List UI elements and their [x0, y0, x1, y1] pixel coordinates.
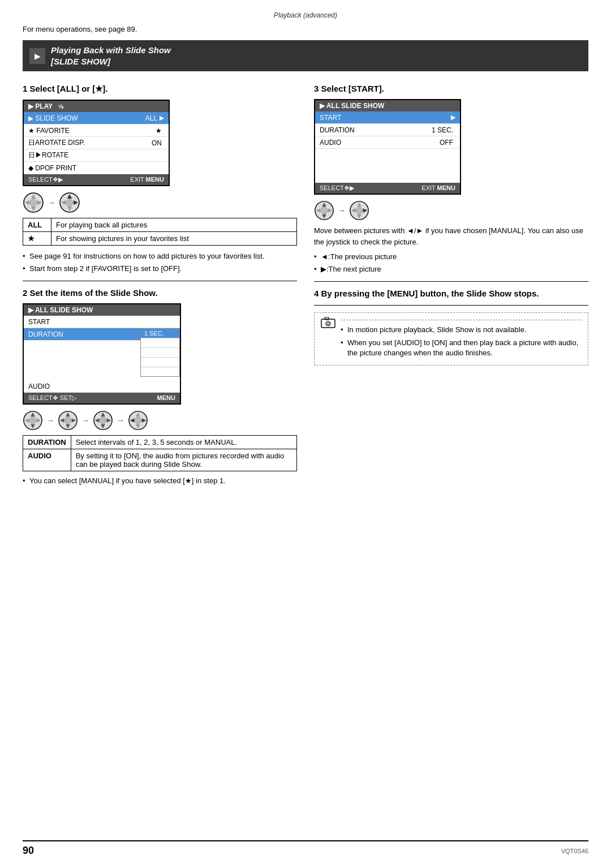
list-item: In motion picture playback, Slide Show i… [341, 325, 582, 335]
step1-menu-header: ▶ PLAY ¹⁄₃ [24, 101, 169, 112]
duration-option-2sec: 2 SEC. [141, 338, 179, 348]
svg-rect-49 [325, 317, 329, 320]
top-note: For menu operations, see page 89. [23, 25, 588, 33]
step2-menu-audio: AUDIO [24, 380, 180, 393]
arrow-right-2c: → [117, 416, 124, 425]
step4-heading: 4 By pressing the [MENU] button, the Sli… [314, 289, 588, 298]
svg-point-35 [135, 418, 141, 424]
step3-menu-footer: SELECT❖▶ EXIT MENU [315, 183, 460, 194]
list-item: Start from step 2 if [FAVORITE] is set t… [23, 264, 297, 274]
dpad-icon-step2-4 [128, 410, 148, 431]
dpad-icon-step3-1 [314, 200, 334, 221]
step2-table: DURATION Select intervals of 1, 2, 3, 5 … [23, 435, 297, 471]
step2-menu-footer: SELECT❖ SET▷ MENU [24, 393, 180, 403]
camera-note-icon [320, 316, 336, 329]
step1-bullets: See page 91 for instructions on how to a… [23, 251, 297, 274]
menu-row-slideshow: ▶ SLIDE SHOW ALL ▶ [24, 112, 169, 124]
arrow-right-2b: → [81, 416, 89, 425]
svg-point-51 [327, 323, 329, 325]
step2-controller-row: → → → [23, 410, 297, 431]
two-column-layout: 1 Select [ALL] or [★]. ▶ PLAY ¹⁄₃ ▶ SLID… [23, 80, 588, 490]
step3-heading: 3 Select [START]. [314, 84, 588, 93]
arrow-right-3: → [338, 206, 346, 215]
svg-point-50 [326, 321, 330, 326]
menu-row-favorite: ★ FAVORITE ★ [24, 124, 169, 137]
step2-bullets: You can select [MANUAL] if you have sele… [23, 476, 297, 486]
step3-menu-header: ▶ ALL SLIDE SHOW [315, 100, 460, 111]
dpad-icon-step2-2 [58, 410, 78, 431]
step2-heading: 2 Set the items of the Slide Show. [23, 288, 297, 298]
dpad-icon-step1-right [59, 192, 80, 213]
list-item: ◄:The previous picture [314, 252, 588, 262]
step3-controller-row: → [314, 200, 588, 221]
menu-row-dpof: ◆ DPOF PRINT [24, 162, 169, 174]
step2-menu-duration: DURATION 1 SEC. ▶ 1 SEC. 2 SEC. 3 SEC. 5… [24, 328, 180, 341]
svg-point-41 [321, 207, 327, 213]
step3-bullets: ◄:The previous picture ▶:The next pictur… [314, 252, 588, 274]
page-header: Playback (advanced) [23, 11, 588, 19]
page-footer: 90 VQT0S46 [23, 840, 588, 857]
table-row: ★ For showing pictures in your favorites… [23, 232, 297, 246]
arrow-right-2a: → [46, 416, 54, 425]
step3-menu-screen: ▶ ALL SLIDE SHOW START ▶ DURATION 1 SEC.… [314, 99, 461, 195]
step1-table: ALL For playing back all pictures ★ For … [23, 218, 297, 246]
step1-menu-screen: ▶ PLAY ¹⁄₃ ▶ SLIDE SHOW ALL ▶ ★ FAVORITE… [23, 100, 170, 186]
step1-menu-footer: SELECT❖▶ EXIT MENU [24, 174, 169, 185]
note-bullets: In motion picture playback, Slide Show i… [341, 325, 582, 358]
note-content: In motion picture playback, Slide Show i… [341, 316, 582, 362]
title-banner: ▶ Playing Back with Slide Show [SLIDE SH… [23, 40, 588, 71]
svg-point-23 [64, 418, 71, 424]
menu-row-rotate: 日▶ROTATE [24, 149, 169, 162]
list-item: When you set [AUDIO] to [ON] and then pl… [341, 338, 582, 358]
dpad-icon-step2-1 [23, 410, 43, 431]
page-code: VQT0S46 [561, 848, 588, 854]
title-text: Playing Back with Slide Show [SLIDE SHOW… [51, 45, 171, 67]
list-item: ▶:The next picture [314, 264, 588, 274]
table-row: DURATION Select intervals of 1, 2, 3, 5 … [23, 436, 297, 449]
table-row: AUDIO By setting it to [ON], the audio f… [23, 449, 297, 471]
step1-heading: 1 Select [ALL] or [★]. [23, 84, 297, 94]
dpad-icon-step3-2 [349, 200, 369, 221]
dpad-icon-step2-3 [93, 410, 113, 431]
svg-point-17 [29, 418, 36, 424]
left-column: 1 Select [ALL] or [★]. ▶ PLAY ¹⁄₃ ▶ SLID… [23, 80, 297, 490]
list-item: You can select [MANUAL] if you have sele… [23, 476, 297, 486]
note-box: In motion picture playback, Slide Show i… [314, 312, 588, 366]
page-number: 90 [23, 845, 34, 857]
step3-menu-start: START ▶ [315, 111, 460, 124]
step3-menu-duration: DURATION 1 SEC. [315, 124, 460, 136]
duration-option-3sec: 3 SEC. [141, 348, 179, 358]
step2-menu-screen: ▶ ALL SLIDE SHOW START DURATION 1 SEC. ▶… [23, 303, 181, 405]
duration-option-1sec: 1 SEC. [141, 329, 179, 338]
page-container: Playback (advanced) For menu operations,… [0, 0, 611, 868]
list-item: See page 91 for instructions on how to a… [23, 251, 297, 261]
arrow-right-1: → [48, 198, 55, 207]
svg-point-47 [356, 207, 362, 213]
step3-move-text: Move between pictures with ◄/► if you ha… [314, 225, 588, 247]
step3-menu-audio: AUDIO OFF [315, 136, 460, 149]
table-row: ALL For playing back all pictures [23, 218, 297, 232]
svg-rect-48 [321, 319, 335, 328]
svg-point-29 [100, 418, 106, 424]
dpad-icon-step1-left [23, 192, 44, 213]
right-column: 3 Select [START]. ▶ ALL SLIDE SHOW START… [314, 80, 588, 371]
menu-row-rotate-disp: 日AROTATE DISP. ON [24, 137, 169, 149]
duration-dropdown: 1 SEC. 2 SEC. 3 SEC. 5 SEC. MANUAL [140, 328, 180, 377]
svg-point-5 [30, 199, 37, 206]
step2-menu-header: ▶ ALL SLIDE SHOW [24, 304, 180, 316]
step1-controller-row: → [23, 192, 297, 213]
svg-point-11 [66, 199, 73, 206]
step2-menu-start: START [24, 316, 180, 328]
duration-option-5sec: 5 SEC. [141, 358, 179, 367]
duration-option-manual: MANUAL [141, 367, 179, 376]
note-icon [320, 316, 336, 332]
slide-show-icon: ▶ [29, 48, 45, 64]
